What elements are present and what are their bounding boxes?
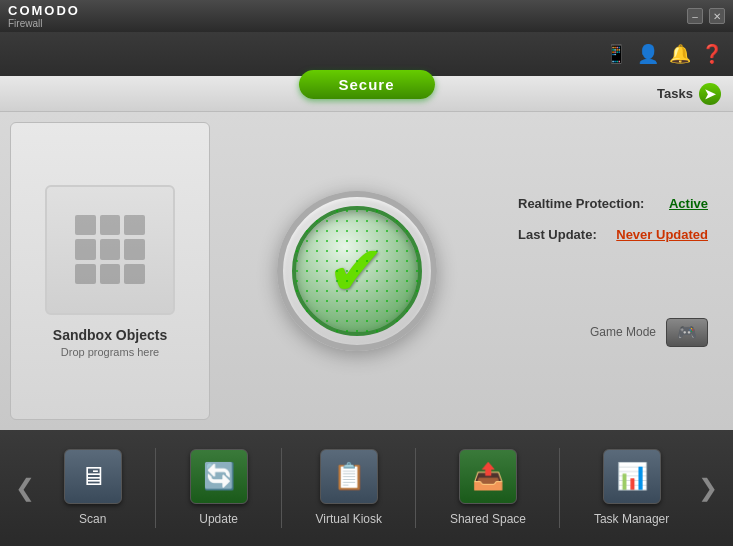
checkmark-icon: ✔ [327, 236, 386, 306]
nav-separator-3 [415, 448, 416, 528]
main-content: Sandbox Objects Drop programs here ✔ Rea… [0, 112, 733, 430]
nav-item-scan[interactable]: 🖥 Scan [50, 441, 136, 534]
update-label: Update [199, 512, 238, 526]
nav-separator-2 [281, 448, 282, 528]
game-mode-label: Game Mode [590, 325, 656, 339]
nav-right-arrow[interactable]: ❯ [693, 474, 723, 502]
center-panel: ✔ [220, 122, 493, 420]
nav-left-arrow[interactable]: ❮ [10, 474, 40, 502]
check-inner: ✔ [292, 206, 422, 336]
virtual-kiosk-icon: 📋 [320, 449, 378, 504]
nav-item-virtual-kiosk[interactable]: 📋 Virtual Kiosk [302, 441, 396, 534]
nav-separator-1 [155, 448, 156, 528]
status-panel: Realtime Protection: Active Last Update:… [503, 122, 723, 420]
sandbox-drop-area[interactable] [45, 185, 175, 315]
nav-item-task-manager[interactable]: 📊 Task Manager [580, 441, 683, 534]
tasks-arrow-icon: ➤ [699, 83, 721, 105]
app-name: COMODO [8, 3, 80, 18]
bottom-nav: ❮ 🖥 Scan 🔄 Update 📋 Virtual Kiosk 📤 Shar… [0, 430, 733, 545]
sandbox-grid-icon [75, 215, 145, 285]
nav-separator-4 [559, 448, 560, 528]
close-button[interactable]: ✕ [709, 8, 725, 24]
virtual-kiosk-label: Virtual Kiosk [316, 512, 382, 526]
window-controls: – ✕ [687, 8, 725, 24]
header-bar: Secure 📱 👤 🔔 ❓ [0, 32, 733, 76]
notification-icon[interactable]: 🔔 [669, 43, 691, 65]
title-bar: COMODO Firewall – ✕ [0, 0, 733, 32]
app-sub: Firewall [8, 18, 80, 29]
nav-item-shared-space[interactable]: 📤 Shared Space [436, 441, 540, 534]
game-mode-button[interactable]: 🎮 [666, 318, 708, 347]
secure-status-pill: Secure [298, 70, 434, 99]
header-icons: 📱 👤 🔔 ❓ [605, 43, 723, 65]
sandbox-title: Sandbox Objects [53, 327, 167, 343]
status-circle: ✔ [277, 191, 437, 351]
scan-label: Scan [79, 512, 106, 526]
last-update-label: Last Update: [518, 227, 597, 242]
sandbox-subtitle: Drop programs here [61, 346, 159, 358]
tasks-label: Tasks [657, 86, 693, 101]
minimize-button[interactable]: – [687, 8, 703, 24]
last-update-row: Last Update: Never Updated [518, 227, 708, 242]
scan-icon: 🖥 [64, 449, 122, 504]
task-manager-label: Task Manager [594, 512, 669, 526]
task-manager-icon: 📊 [603, 449, 661, 504]
game-mode-row: Game Mode 🎮 [518, 318, 708, 347]
shared-space-icon: 📤 [459, 449, 517, 504]
nav-item-update[interactable]: 🔄 Update [176, 441, 262, 534]
mobile-icon[interactable]: 📱 [605, 43, 627, 65]
realtime-protection-row: Realtime Protection: Active [518, 196, 708, 211]
tasks-button[interactable]: Tasks ➤ [657, 83, 721, 105]
last-update-value[interactable]: Never Updated [616, 227, 708, 242]
app-branding: COMODO Firewall [8, 3, 80, 29]
sandbox-panel[interactable]: Sandbox Objects Drop programs here [10, 122, 210, 420]
nav-items: 🖥 Scan 🔄 Update 📋 Virtual Kiosk 📤 Shared… [40, 441, 693, 534]
user-icon[interactable]: 👤 [637, 43, 659, 65]
update-icon: 🔄 [190, 449, 248, 504]
shared-space-label: Shared Space [450, 512, 526, 526]
realtime-value[interactable]: Active [669, 196, 708, 211]
help-icon[interactable]: ❓ [701, 43, 723, 65]
realtime-label: Realtime Protection: [518, 196, 644, 211]
